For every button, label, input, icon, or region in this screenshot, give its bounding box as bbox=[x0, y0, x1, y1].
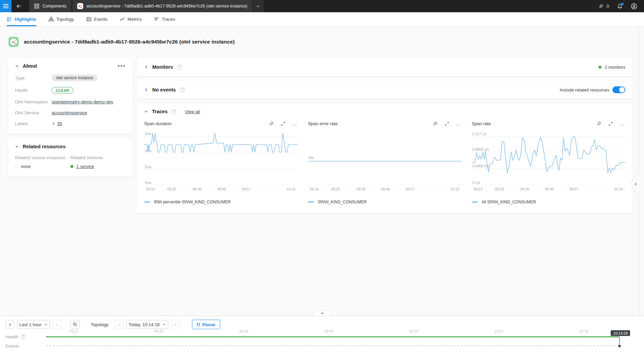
related-service-instances-value: none bbox=[21, 164, 31, 169]
expand-icon[interactable] bbox=[445, 121, 449, 126]
labels-count-link: 35 bbox=[57, 121, 62, 126]
notifications-button[interactable] bbox=[617, 3, 623, 9]
time-next-button[interactable] bbox=[171, 320, 180, 329]
time-range-value: Last 1 hour bbox=[19, 322, 41, 327]
pin-icon[interactable] bbox=[433, 121, 438, 126]
span-rate-chart: Span rate … 0.117 c/s0.0800 c/s0.0400 c/… bbox=[472, 121, 625, 204]
chart-menu-icon[interactable]: … bbox=[620, 123, 626, 125]
events-icon bbox=[86, 17, 91, 22]
avatar-icon bbox=[631, 3, 637, 10]
highlights-icon bbox=[7, 17, 12, 22]
timeline-tick-label: 09:26 bbox=[154, 329, 163, 333]
about-row-type: Type otel service instance bbox=[15, 74, 126, 81]
expand-icon[interactable] bbox=[281, 121, 285, 126]
tab-topology[interactable]: Topology bbox=[49, 12, 74, 26]
related-services-link[interactable]: 1 service bbox=[76, 164, 94, 169]
chevron-right-icon bbox=[52, 122, 55, 125]
right-panel-rail bbox=[639, 27, 644, 316]
empty-status-dot bbox=[15, 165, 18, 168]
events-section[interactable]: No events ? Include related resources bbox=[137, 81, 633, 99]
snapshot-time-dropdown[interactable]: Today, 10:14:28 bbox=[126, 320, 168, 329]
time-prev-button[interactable] bbox=[115, 320, 123, 329]
events-expand-chevron-icon[interactable] bbox=[144, 88, 148, 92]
row-label: Type bbox=[15, 75, 52, 81]
timeline-tick-mark bbox=[414, 334, 414, 336]
monitors-help-icon[interactable]: ? bbox=[177, 65, 182, 70]
about-row-health: Health CLEAR bbox=[15, 87, 126, 94]
chart-x-axis: 09:1409:2509:3609:4609:5710:14 bbox=[472, 187, 625, 192]
health-row-label: Health ? bbox=[5, 334, 26, 339]
chevron-down-icon bbox=[44, 323, 48, 326]
pin-icon[interactable] bbox=[269, 121, 274, 126]
left-column: About ••• Type otel service instance Hea… bbox=[8, 58, 133, 316]
include-related-resources-toggle[interactable] bbox=[612, 86, 625, 93]
metrics-icon bbox=[120, 17, 125, 22]
chart-menu-icon[interactable]: … bbox=[456, 123, 462, 125]
tab-dropdown-button[interactable] bbox=[253, 0, 264, 12]
pinned-items-button[interactable]: 0 bbox=[598, 4, 609, 9]
traces-section: Traces ? View all Span duration … 2ms bbox=[137, 103, 633, 213]
events-timeline-line bbox=[46, 346, 619, 346]
chart-title: Span duration bbox=[144, 121, 172, 126]
about-row-otel-namespace: Otel Namespace opentelemetry-demo-demo-d… bbox=[15, 99, 126, 104]
hamburger-menu-icon[interactable] bbox=[0, 0, 12, 12]
expand-icon[interactable] bbox=[608, 121, 613, 126]
otel-namespace-link[interactable]: opentelemetry-demo-demo-dev bbox=[52, 99, 113, 104]
back-button[interactable] bbox=[12, 0, 26, 12]
col-label: Related services bbox=[70, 155, 126, 160]
chart-legend: All SPAN_KIND_CONSUMER bbox=[472, 200, 625, 204]
about-row-labels: Labels 35 bbox=[15, 121, 126, 126]
related-service-instances-col: Related service instances none bbox=[15, 155, 70, 169]
timeline-tick-label: 09:17 bbox=[69, 329, 78, 333]
span-error-rate-chart: Span error rate … 0% 09:1409:2509:3609:4… bbox=[308, 121, 462, 204]
timeline-tick-mark bbox=[584, 334, 584, 336]
chevron-left-icon bbox=[634, 182, 638, 186]
pin-icon[interactable] bbox=[596, 121, 602, 126]
traces-help-icon[interactable]: ? bbox=[171, 109, 176, 114]
tab-events[interactable]: Events bbox=[86, 12, 108, 26]
chevron-down-icon bbox=[320, 311, 324, 315]
monitors-expand-chevron-icon[interactable] bbox=[144, 65, 148, 69]
traces-title: Traces bbox=[152, 109, 168, 114]
about-menu-button[interactable]: ••• bbox=[118, 65, 126, 67]
tab-traces[interactable]: Traces bbox=[154, 12, 175, 26]
zoom-out-button[interactable] bbox=[70, 320, 80, 329]
related-resources-collapse-chevron-icon[interactable] bbox=[15, 145, 19, 149]
include-related-resources-label: Include related resources bbox=[560, 87, 609, 93]
about-collapse-chevron-icon[interactable] bbox=[15, 64, 19, 68]
about-title: About bbox=[23, 63, 37, 69]
back-arrow-icon bbox=[16, 3, 22, 9]
timeline-collapse-button[interactable] bbox=[313, 310, 331, 316]
tab-metrics[interactable]: Metrics bbox=[120, 12, 142, 26]
about-row-otel-service: Otel Service accountingservice bbox=[15, 110, 126, 115]
timeline-cursor-tooltip: 10:14:28 bbox=[611, 330, 630, 336]
time-range-dropdown[interactable]: Last 1 hour bbox=[17, 320, 50, 329]
health-help-icon[interactable]: ? bbox=[21, 334, 26, 339]
timeline-track[interactable]: 10:14:28 09:1709:2609:3409:4309:5210:011… bbox=[46, 330, 628, 353]
view-all-link[interactable]: View all bbox=[185, 109, 200, 114]
labels-expander[interactable]: 35 bbox=[52, 121, 62, 126]
tab-components[interactable]: Components bbox=[29, 0, 71, 12]
otel-service-link[interactable]: accountingservice bbox=[52, 110, 87, 115]
timeline-tick-mark bbox=[159, 334, 159, 336]
chevron-left-icon bbox=[8, 323, 12, 326]
health-timeline-line bbox=[46, 336, 619, 337]
tab-service-instance[interactable]: accountingservice - 7dd9adb1-adb0-4b17-9… bbox=[72, 0, 252, 12]
events-help-icon[interactable]: ? bbox=[180, 87, 185, 93]
legend-swatch bbox=[308, 201, 314, 203]
tab-highlights[interactable]: Highlights bbox=[7, 12, 36, 26]
timeline-cursor[interactable]: 10:14:28 bbox=[619, 337, 620, 346]
chart-legend: 95th percentile SPAN_KIND_CONSUMER bbox=[144, 200, 298, 204]
monitors-section[interactable]: Monitors ? 2 monitors bbox=[137, 58, 633, 76]
page-header: accountingservice - 7dd9adb1-adb0-4b17-9… bbox=[0, 27, 644, 57]
range-next-button[interactable] bbox=[53, 320, 62, 329]
pause-button[interactable]: Pause bbox=[192, 320, 221, 329]
traces-collapse-chevron-icon[interactable] bbox=[144, 110, 148, 114]
legend-swatch bbox=[144, 201, 150, 203]
pause-label: Pause bbox=[202, 322, 215, 327]
range-prev-button[interactable] bbox=[5, 320, 14, 329]
user-menu-button[interactable] bbox=[631, 3, 637, 10]
chart-menu-icon[interactable]: … bbox=[292, 123, 298, 125]
chart-x-axis: 09:1409:2509:3609:4609:5710:14 bbox=[308, 187, 462, 192]
monitors-summary: 2 monitors bbox=[605, 65, 625, 70]
